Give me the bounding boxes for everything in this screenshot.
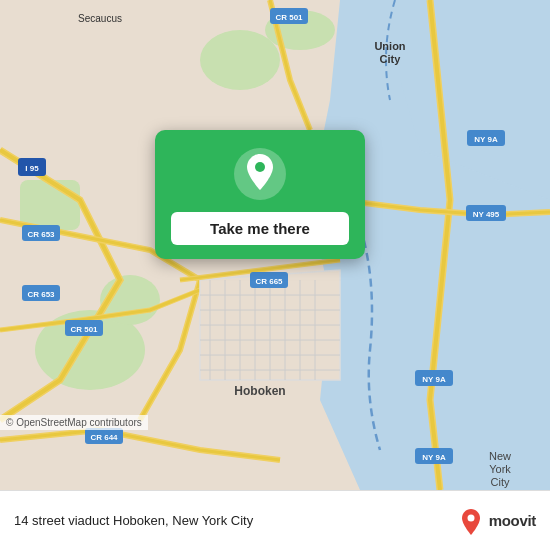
svg-text:CR 653: CR 653 bbox=[27, 230, 55, 239]
svg-text:York: York bbox=[489, 463, 511, 475]
svg-text:Hoboken: Hoboken bbox=[234, 384, 285, 398]
map-container: I 95 CR 501 CR 653 CR 653 CR 501 CR 665 … bbox=[0, 0, 550, 490]
svg-text:City: City bbox=[380, 53, 402, 65]
svg-rect-5 bbox=[20, 180, 80, 230]
svg-text:CR 501: CR 501 bbox=[70, 325, 98, 334]
svg-text:NY 9A: NY 9A bbox=[422, 453, 446, 462]
svg-text:Union: Union bbox=[374, 40, 405, 52]
popup-card: Take me there bbox=[155, 130, 365, 259]
svg-text:I 95: I 95 bbox=[25, 164, 39, 173]
svg-text:City: City bbox=[491, 476, 510, 488]
svg-point-51 bbox=[255, 162, 265, 172]
take-me-there-button[interactable]: Take me there bbox=[171, 212, 349, 245]
svg-text:Secaucus: Secaucus bbox=[78, 13, 122, 24]
popup-icon-wrapper bbox=[234, 148, 286, 200]
svg-text:NY 495: NY 495 bbox=[473, 210, 500, 219]
svg-text:NY 9A: NY 9A bbox=[474, 135, 498, 144]
location-label: 14 street viaduct Hoboken, New York City bbox=[14, 513, 457, 528]
svg-point-6 bbox=[200, 30, 280, 90]
svg-point-52 bbox=[467, 514, 474, 521]
svg-text:New: New bbox=[489, 450, 511, 462]
bottom-bar: 14 street viaduct Hoboken, New York City… bbox=[0, 490, 550, 550]
moovit-label: moovit bbox=[489, 512, 536, 529]
svg-text:CR 665: CR 665 bbox=[255, 277, 283, 286]
svg-text:CR 644: CR 644 bbox=[90, 433, 118, 442]
moovit-logo: moovit bbox=[457, 507, 536, 535]
svg-text:NY 9A: NY 9A bbox=[422, 375, 446, 384]
copyright-notice: © OpenStreetMap contributors bbox=[0, 415, 148, 430]
location-pin-icon bbox=[245, 154, 275, 195]
svg-text:CR 653: CR 653 bbox=[27, 290, 55, 299]
moovit-icon bbox=[457, 507, 485, 535]
svg-text:CR 501: CR 501 bbox=[275, 13, 303, 22]
